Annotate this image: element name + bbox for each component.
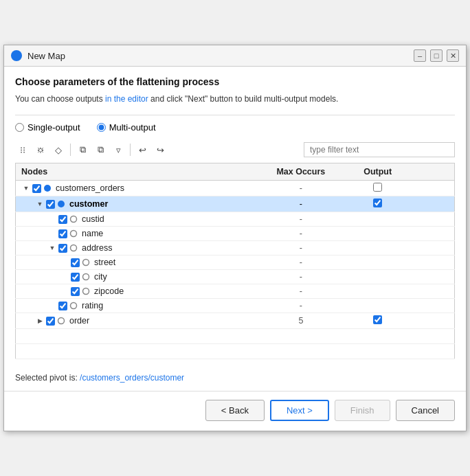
node-icon-city [81,272,91,282]
svg-point-4 [71,245,77,251]
copy-icon: ⧉ [80,144,86,155]
multi-output-option[interactable]: Multi-output [97,122,156,133]
col-header-max: Max Occurs [257,163,345,181]
node-checkbox-name[interactable] [58,229,67,238]
node-checkbox-customers_orders[interactable] [32,184,41,193]
node-checkbox-city[interactable] [71,273,80,282]
minimize-button[interactable]: – [414,49,426,62]
layout-toolbar-btn[interactable]: ⁝⁝ [15,142,30,157]
node-label-name: name [82,229,103,238]
max-occurs-zipcode: - [257,284,345,299]
max-occurs-customer: - [257,196,345,212]
multi-output-radio[interactable] [97,123,106,132]
max-occurs-city: - [257,270,345,284]
node-checkbox-address[interactable] [58,244,67,253]
finish-button[interactable]: Finish [335,400,390,421]
filter-icon: ▿ [116,145,121,155]
node-cell-customer: ▼customer [16,196,257,212]
svg-point-8 [71,303,77,309]
node-icon-rating [69,301,78,310]
expand-btn-address[interactable]: ▼ [47,243,57,253]
window-title: New Map [27,51,408,61]
output-cell-customers_orders [345,181,411,196]
node-checkbox-rating[interactable] [58,302,67,310]
output-cell-customer [345,196,411,212]
node-checkbox-order[interactable] [46,317,55,326]
table-row: street- [16,256,455,270]
status-bar: Selected pivot is: /customers_orders/cus… [4,366,466,385]
svg-point-1 [58,201,65,207]
node-cell-custid: custid [16,212,257,227]
node-icon-customer [56,199,66,209]
col-header-extra [411,163,455,181]
node-cell-street: street [16,256,257,270]
extra-cell-customer [411,196,455,212]
output-cell-order [345,313,411,329]
extra-cell-name [411,227,455,241]
output-checkbox-order[interactable] [373,315,382,324]
node-checkbox-custid[interactable] [58,215,67,224]
title-bar: New Map – □ ✕ [4,45,466,67]
clear-toolbar-btn[interactable]: ◇ [51,142,66,157]
output-checkbox-customer[interactable] [373,199,382,207]
status-label: Selected pivot is: [15,373,80,383]
filter-toolbar-btn[interactable]: ▿ [111,142,126,157]
maximize-button[interactable]: □ [430,49,443,62]
max-occurs-address: - [257,241,345,256]
single-output-option[interactable]: Single-output [15,122,80,133]
description: You can choose outputs in the editor and… [15,93,455,105]
expand-btn-order[interactable]: ▶ [35,316,45,326]
expand-btn-customers_orders[interactable]: ▼ [21,183,31,193]
table-row: custid- [16,212,455,227]
filter-input[interactable] [304,142,455,157]
pivot-path-link[interactable]: /customers_orders/customer [80,373,184,383]
table-row: name- [16,227,455,241]
single-output-label: Single-output [27,122,80,133]
node-checkbox-customer[interactable] [46,200,55,209]
node-label-zipcode: zipcode [94,286,124,296]
settings-toolbar-btn[interactable]: ⛭ [33,142,48,157]
layout-icon: ⁝⁝ [20,145,25,155]
redo-toolbar-btn[interactable]: ↪ [153,142,168,157]
svg-point-2 [71,216,77,223]
page-title: Choose parameters of the flattening proc… [15,76,455,87]
node-checkbox-street[interactable] [71,258,80,267]
node-icon-customers_orders [43,183,52,193]
back-button[interactable]: < Back [205,400,265,421]
undo-toolbar-btn[interactable]: ↩ [135,142,150,157]
single-output-radio[interactable] [15,123,24,132]
output-cell-city [345,270,411,284]
cancel-button[interactable]: Cancel [396,400,455,421]
expand-btn-customer[interactable]: ▼ [35,199,45,209]
copy2-toolbar-btn[interactable]: ⧉ [93,142,108,157]
svg-point-7 [83,288,89,295]
output-checkbox-customers_orders[interactable] [373,183,382,192]
max-occurs-custid: - [257,212,345,227]
desc-link[interactable]: in the editor [105,94,148,104]
node-label-custid: custid [82,214,104,224]
max-occurs-street: - [257,256,345,270]
table-row: rating- [16,299,455,313]
copy-toolbar-btn[interactable]: ⧉ [75,142,90,157]
svg-point-6 [83,274,89,280]
extra-cell-order [411,313,455,329]
output-cell-address [345,241,411,256]
dialog-window: New Map – □ ✕ Choose parameters of the f… [3,45,467,431]
col-header-output: Output [345,163,411,181]
extra-cell-rating [411,299,455,313]
output-cell-custid [345,212,411,227]
node-label-street: street [94,258,115,267]
next-button[interactable]: Next > [270,400,329,421]
close-button[interactable]: ✕ [447,49,459,62]
node-checkbox-zipcode[interactable] [71,287,80,296]
nodes-table: Nodes Max Occurs Output ▼customers_order… [15,163,455,359]
clear-icon: ◇ [55,145,62,155]
output-cell-name [345,227,411,241]
extra-cell-customers_orders [411,181,455,196]
node-cell-city: city [16,270,257,284]
separator [15,115,455,115]
extra-cell-zipcode [411,284,455,299]
node-label-order: order [69,316,89,326]
node-icon-street [81,258,91,267]
desc-text1: You can choose outputs [15,94,105,104]
